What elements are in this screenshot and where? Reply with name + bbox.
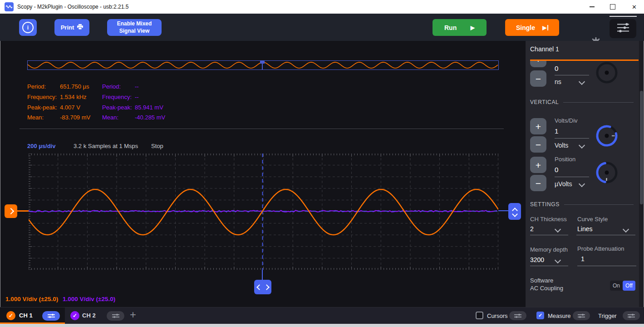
measure-settings-pill-button[interactable] (573, 311, 590, 320)
ch2-period-label: Period: (102, 83, 121, 90)
ch1-offset-line (17, 210, 29, 212)
trigger-position-marker-handle[interactable] (260, 61, 265, 64)
window-title: Scopy - M2kPlugin - Oscilloscope - usb:2… (17, 0, 128, 14)
chevron-down-icon[interactable] (555, 257, 561, 263)
probe-attenuation-input[interactable]: 1 (581, 255, 585, 263)
ch1-scale-label: 1.000 V/div (±25.0) (5, 296, 58, 302)
ch1-settings-pill-button[interactable] (42, 311, 60, 321)
panel-toggle-indicator (610, 16, 637, 17)
ch1-period-value: 651.750 µs (60, 83, 89, 90)
horizontal-unit-select[interactable]: ns (555, 78, 561, 85)
trigger-level-line (498, 210, 508, 211)
check-icon: ✓ (73, 312, 77, 319)
memory-depth-select[interactable]: 3200 (530, 256, 544, 263)
minimize-icon (590, 6, 595, 7)
channel-settings-panel: Channel 1 + − 0 ns VERTICAL + − Volts/Di… (526, 41, 639, 307)
minimize-button[interactable] (583, 0, 601, 14)
measure-checkbox[interactable]: ✓ (536, 312, 544, 319)
trigger-level-handle[interactable] (508, 203, 521, 220)
ch2-peakpeak-value: 85.941 mV (135, 104, 163, 111)
panel-scroll-area: + − 0 ns VERTICAL + − Volts/Div 1 Volts (526, 61, 639, 307)
close-icon: ✕ (632, 4, 637, 10)
panel-scrollbar-track[interactable] (639, 41, 644, 307)
acquisition-overview-strip[interactable] (27, 60, 499, 70)
ch2-mean-value: -40.285 mV (135, 114, 165, 121)
maximize-button[interactable] (604, 0, 622, 14)
ch2-settings-pill-button[interactable] (107, 311, 124, 321)
horizontal-position-knob[interactable] (594, 61, 619, 87)
horizontal-decrement-button[interactable]: − (530, 70, 546, 87)
vposition-decrement-button[interactable]: − (530, 175, 546, 191)
acquisition-status-label: Stop (151, 143, 163, 149)
maximize-icon (610, 4, 615, 10)
sliders-icon (627, 313, 635, 318)
vposition-knob[interactable] (594, 160, 619, 187)
ch1-peakpeak-label: Peak-peak: (27, 104, 57, 111)
cursors-settings-pill-button[interactable] (509, 311, 526, 320)
trigger-settings-pill-button[interactable] (623, 311, 640, 320)
vposition-value[interactable]: 0 (555, 166, 558, 173)
add-channel-button[interactable]: + (130, 308, 136, 321)
underline (555, 177, 589, 177)
channel-settings-toggle-button[interactable] (610, 19, 636, 38)
divider (20, 129, 504, 129)
ch1-enable-checkbox[interactable]: ✓ (6, 311, 15, 320)
memory-depth-label: Memory depth (530, 246, 568, 253)
ch2-peakpeak-label: Peak-peak: (102, 104, 132, 111)
ch2-mean-label: Mean: (102, 114, 118, 121)
single-label: Single (516, 24, 535, 31)
trigger-time-handle[interactable] (254, 280, 271, 294)
mixed-signal-label-line1: Enable Mixed (117, 20, 152, 27)
chevron-down-icon[interactable] (623, 226, 629, 233)
ch1-tab-label[interactable]: CH 1 (19, 312, 33, 319)
cursors-checkbox[interactable] (476, 312, 483, 319)
ch1-peakpeak-value: 4.007 V (60, 104, 80, 111)
underline (530, 266, 568, 266)
close-button[interactable]: ✕ (624, 0, 644, 14)
chevron-down-icon[interactable] (579, 142, 585, 149)
voltsdiv-decrement-button[interactable]: − (530, 136, 546, 153)
voltsdiv-label: Volts/Div (555, 117, 578, 124)
horizontal-position-value[interactable]: 0 (555, 64, 558, 72)
ch2-tab-label[interactable]: CH 2 (82, 312, 96, 319)
ch2-enable-checkbox[interactable]: ✓ (70, 311, 79, 320)
vposition-increment-button[interactable]: + (530, 157, 546, 173)
panel-scrollbar-thumb[interactable] (640, 91, 643, 204)
settings-section-header: SETTINGS (530, 201, 634, 208)
ch1-frequency-label: Frequency: (27, 94, 57, 100)
chevron-down-icon[interactable] (579, 79, 585, 85)
ac-coupling-on-option[interactable]: On (610, 281, 623, 291)
scopy-window: Scopy - M2kPlugin - Oscilloscope - usb:2… (0, 0, 644, 327)
underline (577, 266, 636, 266)
ch1-mean-label: Mean: (27, 114, 44, 121)
underline (555, 75, 589, 75)
chevron-down-icon (512, 211, 518, 217)
chevron-down-icon[interactable] (555, 226, 561, 233)
print-button[interactable]: Print (54, 19, 89, 36)
vposition-unit-select[interactable]: µVolts (555, 180, 572, 188)
trigger-time-line (262, 270, 263, 280)
voltsdiv-knob[interactable] (594, 123, 619, 150)
enable-mixed-signal-button[interactable]: Enable Mixed Signal View (107, 19, 162, 36)
info-button[interactable]: i (19, 19, 37, 36)
chevron-down-icon[interactable] (579, 181, 585, 187)
cursors-label: Cursors (487, 312, 508, 319)
scopy-logo-icon (5, 2, 14, 11)
play-to-end-icon: ▶ (542, 25, 548, 31)
ch1-offset-handle[interactable] (5, 204, 17, 218)
voltsdiv-value[interactable]: 1 (555, 127, 558, 135)
ac-coupling-off-option[interactable]: Off (623, 281, 635, 291)
sliders-icon (112, 313, 120, 318)
curve-style-select[interactable]: Lines (577, 225, 592, 233)
measure-label: Measure (548, 312, 571, 319)
voltsdiv-increment-button[interactable]: + (530, 118, 546, 134)
voltsdiv-unit-select[interactable]: Volts (555, 142, 568, 149)
chevron-right-icon (8, 208, 14, 214)
ch1-frequency-value: 1.534 kHz (60, 94, 87, 100)
single-button[interactable]: Single ▶ (505, 19, 559, 36)
ch-thickness-select[interactable]: 2 (530, 225, 534, 233)
sliders-icon (47, 313, 55, 318)
horizontal-increment-button[interactable]: + (530, 61, 546, 67)
window-bottom-frame (0, 324, 644, 327)
run-button[interactable]: Run ▶ (433, 19, 487, 36)
